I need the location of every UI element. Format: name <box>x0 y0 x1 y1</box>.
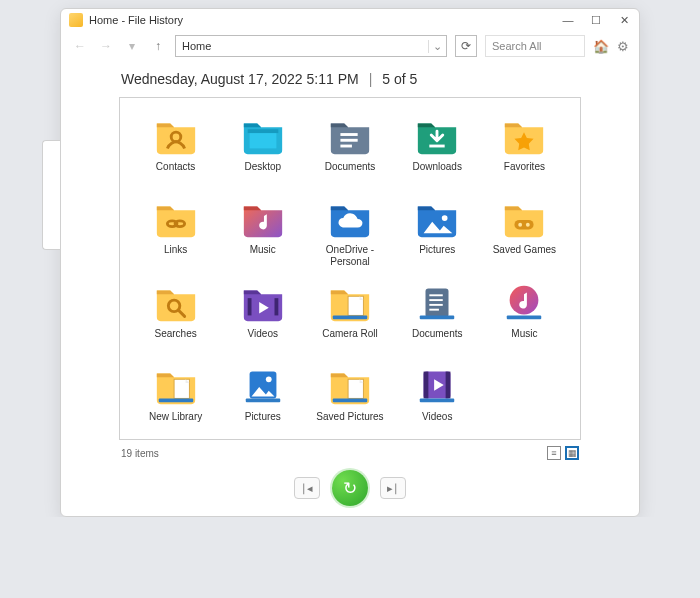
restore-button[interactable]: ↻ <box>332 470 368 506</box>
item-label: Saved Games <box>493 244 556 266</box>
settings-icon[interactable]: ⚙ <box>617 39 629 54</box>
address-dropdown-icon[interactable]: ⌄ <box>428 40 446 53</box>
svg-rect-1 <box>249 131 276 148</box>
toolbar: ← → ▾ ↑ Home ⌄ ⟳ Search All 🏠 ⚙ <box>61 31 639 63</box>
lib-music-icon <box>501 279 547 325</box>
address-text: Home <box>176 40 428 52</box>
item-label: Links <box>164 244 187 266</box>
svg-rect-23 <box>420 315 455 319</box>
svg-point-9 <box>442 215 448 221</box>
desktop-icon <box>240 112 286 158</box>
links-icon <box>153 195 199 241</box>
grid-item[interactable]: Camera Roll <box>308 279 391 354</box>
item-label: Downloads <box>412 161 461 183</box>
grid-item[interactable]: Downloads <box>396 112 479 187</box>
home-icon[interactable]: 🏠 <box>593 39 609 54</box>
window-title: Home - File History <box>89 14 561 26</box>
grid-item[interactable]: Saved Games <box>483 195 566 271</box>
content-header: Wednesday, August 17, 2022 5:11 PM | 5 o… <box>61 63 639 93</box>
recent-locations-button[interactable]: ▾ <box>123 37 141 55</box>
search-placeholder: Search All <box>492 40 542 52</box>
downloads-icon <box>414 112 460 158</box>
svg-point-12 <box>526 223 530 227</box>
side-tab[interactable] <box>42 140 60 250</box>
item-label: Contacts <box>156 161 195 183</box>
forward-button[interactable]: → <box>97 37 115 55</box>
grid-item[interactable]: Saved Pictures <box>308 362 391 437</box>
grid-item[interactable]: Documents <box>396 279 479 354</box>
svg-rect-2 <box>247 129 278 133</box>
onedrive-icon <box>327 195 373 241</box>
titlebar: Home - File History — ☐ ✕ <box>61 9 639 31</box>
search-input[interactable]: Search All <box>485 35 585 57</box>
close-button[interactable]: ✕ <box>617 14 631 27</box>
lib-pics-icon <box>240 362 286 408</box>
status-bar: 19 items ≡ ▦ <box>61 442 639 464</box>
previous-version-button[interactable]: ∣◂ <box>294 477 320 499</box>
svg-rect-35 <box>446 372 451 399</box>
grid-item[interactable]: Favorites <box>483 112 566 187</box>
games-icon <box>501 195 547 241</box>
pictures-icon <box>414 195 460 241</box>
playback-controls: ∣◂ ↻ ▸∣ <box>61 464 639 516</box>
svg-point-11 <box>519 223 523 227</box>
lib-doc-icon <box>327 279 373 325</box>
grid-item[interactable]: Music <box>483 279 566 354</box>
item-label: Saved Pictures <box>316 411 383 433</box>
item-label: Documents <box>325 161 376 183</box>
videos-icon <box>240 279 286 325</box>
item-label: Desktop <box>244 161 281 183</box>
grid-item[interactable]: Music <box>221 195 304 271</box>
item-label: Pictures <box>245 411 281 433</box>
up-button[interactable]: ↑ <box>149 37 167 55</box>
item-label: Music <box>511 328 537 350</box>
svg-rect-18 <box>426 289 449 318</box>
svg-rect-36 <box>420 398 455 402</box>
separator: | <box>369 71 373 87</box>
restore-icon: ↻ <box>343 478 357 499</box>
minimize-button[interactable]: — <box>561 14 575 27</box>
item-label: Documents <box>412 328 463 350</box>
grid-item[interactable]: OneDrive - Personal <box>308 195 391 271</box>
favorites-icon <box>501 112 547 158</box>
item-count: 19 items <box>121 448 159 459</box>
music-icon <box>240 195 286 241</box>
item-label: OneDrive - Personal <box>308 244 391 267</box>
grid-item[interactable]: New Library <box>134 362 217 437</box>
grid-item[interactable]: Pictures <box>221 362 304 437</box>
grid-item[interactable]: Contacts <box>134 112 217 187</box>
svg-point-29 <box>266 376 272 382</box>
svg-rect-14 <box>247 298 251 315</box>
maximize-button[interactable]: ☐ <box>589 14 603 27</box>
view-toggle: ≡ ▦ <box>547 446 579 460</box>
item-label: New Library <box>149 411 202 433</box>
lib-doc-icon <box>153 362 199 408</box>
grid-item[interactable]: Videos <box>221 279 304 354</box>
grid-item[interactable]: Documents <box>308 112 391 187</box>
back-button[interactable]: ← <box>71 37 89 55</box>
grid-item[interactable]: Videos <box>396 362 479 437</box>
item-label: Favorites <box>504 161 545 183</box>
item-label: Videos <box>422 411 452 433</box>
svg-rect-20 <box>430 299 443 301</box>
grid-item[interactable]: Pictures <box>396 195 479 271</box>
svg-rect-27 <box>158 398 193 402</box>
snapshot-position: 5 of 5 <box>382 71 417 87</box>
grid-item[interactable]: Desktop <box>221 112 304 187</box>
svg-rect-4 <box>340 139 357 142</box>
address-bar[interactable]: Home ⌄ <box>175 35 447 57</box>
refresh-button[interactable]: ⟳ <box>455 35 477 57</box>
svg-rect-25 <box>507 315 542 319</box>
grid-item[interactable]: Links <box>134 195 217 271</box>
icons-view-button[interactable]: ▦ <box>565 446 579 460</box>
item-label: Videos <box>248 328 278 350</box>
items-grid: Contacts Desktop Documents Downloads Fav… <box>134 112 566 437</box>
item-label: Camera Roll <box>322 328 378 350</box>
next-version-button[interactable]: ▸∣ <box>380 477 406 499</box>
svg-rect-6 <box>430 145 445 148</box>
svg-rect-34 <box>424 372 429 399</box>
grid-item[interactable]: Searches <box>134 279 217 354</box>
item-label: Searches <box>154 328 196 350</box>
svg-rect-22 <box>430 309 440 311</box>
details-view-button[interactable]: ≡ <box>547 446 561 460</box>
